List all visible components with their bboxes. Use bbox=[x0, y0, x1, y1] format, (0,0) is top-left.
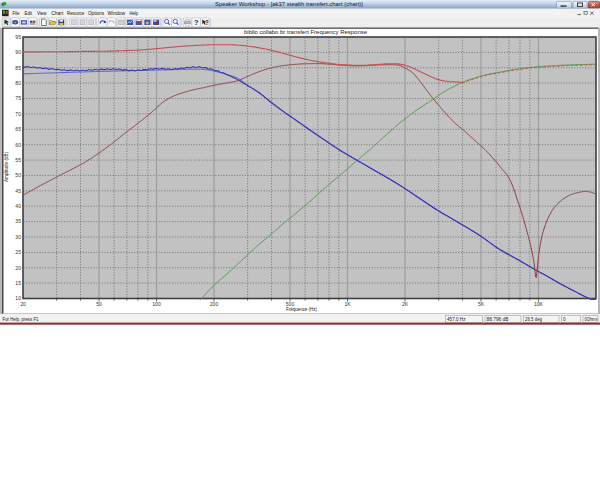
svg-text:15: 15 bbox=[15, 280, 21, 286]
svg-text:457.0 Hz: 457.0 Hz bbox=[447, 316, 466, 322]
svg-text:50: 50 bbox=[96, 301, 102, 307]
svg-text:Options: Options bbox=[88, 10, 104, 16]
svg-text:biblio collabo br transfert Fr: biblio collabo br transfert Frequency Re… bbox=[244, 29, 367, 35]
svg-text:2K: 2K bbox=[402, 301, 409, 307]
svg-text:40: 40 bbox=[15, 203, 21, 209]
svg-text:View: View bbox=[37, 10, 47, 16]
svg-text:5K: 5K bbox=[478, 301, 485, 307]
svg-text:95: 95 bbox=[15, 34, 21, 40]
svg-text:Speaker Workshop - [ak37 steal: Speaker Workshop - [ak37 stealth transfe… bbox=[215, 1, 364, 7]
svg-text:Edit: Edit bbox=[25, 10, 33, 16]
svg-text:30: 30 bbox=[15, 234, 21, 240]
svg-text:For Help, press F1: For Help, press F1 bbox=[3, 316, 39, 322]
svg-text:Help: Help bbox=[130, 10, 139, 16]
svg-text:20: 20 bbox=[20, 301, 26, 307]
svg-text:200: 200 bbox=[210, 301, 219, 307]
svg-text:70: 70 bbox=[15, 111, 21, 117]
svg-text:?: ? bbox=[205, 19, 209, 26]
svg-text:Window: Window bbox=[108, 10, 126, 16]
svg-text:90: 90 bbox=[15, 49, 21, 55]
svg-text:10K: 10K bbox=[534, 301, 544, 307]
svg-text:1K: 1K bbox=[344, 301, 351, 307]
svg-text:Fréquence (Hz): Fréquence (Hz) bbox=[286, 307, 317, 312]
svg-text:Chart: Chart bbox=[51, 10, 63, 16]
svg-text:85: 85 bbox=[15, 65, 21, 71]
svg-text:50: 50 bbox=[15, 172, 21, 178]
svg-text:88.796 dB: 88.796 dB bbox=[487, 316, 510, 322]
svg-text:0: 0 bbox=[563, 316, 566, 322]
svg-text:Resource: Resource bbox=[67, 10, 84, 16]
svg-text:Amplitude (dB): Amplitude (dB) bbox=[4, 152, 9, 182]
svg-text:0Ohms: 0Ohms bbox=[585, 316, 598, 322]
svg-text:75: 75 bbox=[15, 95, 21, 101]
svg-text:File: File bbox=[13, 10, 20, 16]
svg-text:25: 25 bbox=[15, 249, 21, 255]
svg-text:65: 65 bbox=[15, 126, 21, 132]
svg-text:55: 55 bbox=[15, 157, 21, 163]
svg-text:10: 10 bbox=[15, 295, 21, 301]
svg-text:500: 500 bbox=[286, 301, 295, 307]
svg-text:26.5 deg: 26.5 deg bbox=[525, 316, 542, 322]
svg-text:80: 80 bbox=[15, 80, 21, 86]
svg-text:45: 45 bbox=[15, 188, 21, 194]
svg-text:?: ? bbox=[194, 18, 199, 27]
svg-text:20: 20 bbox=[15, 265, 21, 271]
svg-text:35: 35 bbox=[15, 218, 21, 224]
svg-text:100: 100 bbox=[152, 301, 161, 307]
svg-text:60: 60 bbox=[15, 142, 21, 148]
